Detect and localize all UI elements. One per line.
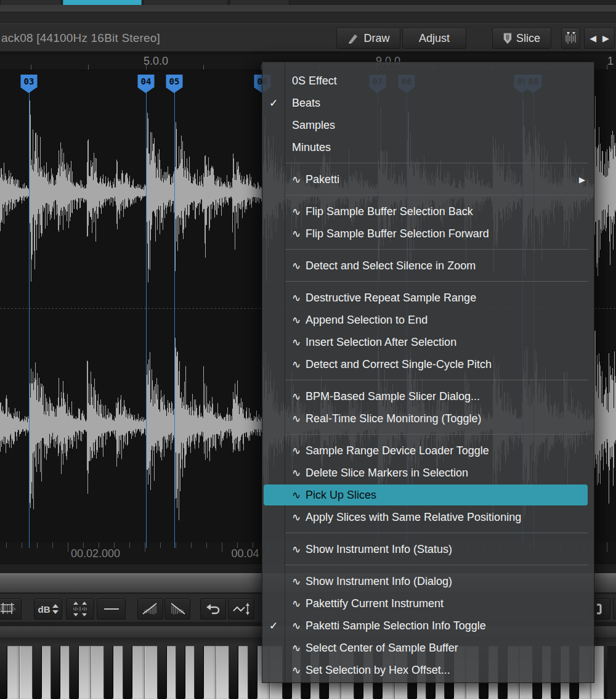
slice-view-button[interactable]: [561, 28, 580, 49]
menu-item-label: BPM-Based Sample Slicer Dialog...: [306, 390, 480, 403]
panel-gap: [0, 12, 616, 23]
tab-4[interactable]: [230, 0, 290, 5]
menu-item-beats[interactable]: ✓Beats: [262, 92, 594, 114]
adjust-button[interactable]: Adjust: [402, 28, 466, 49]
menu-item-insert-selection-after-selection[interactable]: ∿Insert Selection After Selection: [262, 331, 594, 353]
black-key[interactable]: [176, 646, 185, 699]
menu-item-samples[interactable]: Samples: [262, 114, 594, 136]
fade-in-button[interactable]: [137, 599, 163, 619]
menu-separator: [262, 375, 594, 385]
dc-offset-button[interactable]: [97, 599, 126, 619]
slice-flag-04[interactable]: 04: [138, 75, 155, 88]
menu-item-minutes[interactable]: Minutes: [262, 136, 594, 158]
black-key[interactable]: [32, 646, 42, 699]
menu-item-show-instrument-info-dialog[interactable]: ∿Show Instrument Info (Dialog): [262, 570, 594, 592]
menu-item-apply-slices-with-same-relative-positioning[interactable]: ∿Apply Slices with Same Relative Positio…: [262, 506, 594, 528]
sine-prefix-icon: ∿: [292, 336, 306, 348]
menu-item-label: Set Selection by Hex Offset...: [306, 664, 450, 677]
menu-separator: [262, 158, 594, 168]
fade-out-button[interactable]: [164, 599, 190, 619]
up-down-arrows-icon: [52, 604, 59, 614]
sine-prefix-icon: ∿: [292, 543, 306, 555]
black-key[interactable]: [123, 646, 132, 699]
menu-item-detect-and-select-silence-in-zoom[interactable]: ∿Detect and Select Silence in Zoom: [262, 255, 594, 277]
menu-item-label: Flip Sample Buffer Selection Forward: [306, 227, 489, 240]
menu-item-label: Detect and Correct Single-Cycle Pitch: [306, 358, 492, 371]
black-key[interactable]: [51, 646, 60, 699]
menu-item-paketti-sample-selection-info-toggle[interactable]: ✓∿Paketti Sample Selection Info Toggle: [262, 615, 594, 637]
sine-prefix-icon: ∿: [292, 390, 306, 403]
sine-prefix-icon: ∿: [292, 227, 306, 240]
crop-button[interactable]: [0, 599, 22, 619]
menu-item-flip-sample-buffer-selection-forward[interactable]: ∿Flip Sample Buffer Selection Forward: [262, 223, 594, 245]
menu-item-pick-up-slices[interactable]: ∿Pick Up Slices: [262, 484, 594, 506]
menu-item-delete-slice-markers-in-selection[interactable]: ∿Delete Slice Markers in Selection: [262, 462, 594, 484]
menu-item-real-time-slice-monitoring-toggle[interactable]: ∿Real-Time Slice Monitoring (Toggle): [262, 407, 594, 430]
sine-prefix-icon: ∿: [292, 292, 306, 304]
slice-marker-icon: [503, 33, 512, 44]
tab-active[interactable]: [63, 0, 142, 5]
menu-item-paketti[interactable]: ∿Paketti▶: [262, 168, 594, 190]
black-key[interactable]: [103, 646, 113, 699]
menu-item-0s-effect[interactable]: 0S Effect: [262, 70, 594, 92]
menu-item-label: Show Instrument Info (Status): [306, 543, 452, 556]
loop-b-button[interactable]: [613, 599, 616, 619]
interpolate-button[interactable]: [228, 599, 254, 619]
black-key[interactable]: [229, 646, 238, 699]
menu-item-select-center-of-sample-buffer[interactable]: ∿Select Center of Sample Buffer: [262, 637, 594, 659]
menu-item-label: Paketti: [306, 173, 339, 186]
menu-item-label: Append Selection to End: [306, 314, 428, 327]
scroll-nav-buttons[interactable]: ◀ ▶: [584, 28, 615, 49]
draw-button[interactable]: Draw: [336, 28, 400, 49]
renoise-sample-editor: ack08 [44100Hz 16Bit Stereo] Draw Adjust…: [0, 0, 616, 699]
normalize-button[interactable]: [66, 599, 94, 619]
menu-separator: [262, 190, 594, 200]
menu-item-label: Flip Sample Buffer Selection Back: [306, 205, 473, 218]
sliced-waveform-icon: [564, 31, 578, 45]
menu-item-destructive-repeat-sample-range[interactable]: ∿Destructive Repeat Sample Range: [262, 287, 594, 309]
submenu-arrow-icon: ▶: [579, 175, 585, 184]
menu-item-pakettify-current-instrument[interactable]: ∿Pakettify Current Instrument: [262, 592, 594, 615]
checkmark-icon: ✓: [267, 97, 280, 109]
ruler-bottom-label: 00.02.000: [71, 547, 120, 560]
sine-prefix-icon: ∿: [292, 489, 306, 501]
db-label: dB: [38, 604, 51, 615]
black-key[interactable]: [0, 646, 7, 699]
black-key[interactable]: [194, 646, 204, 699]
next-arrow-icon[interactable]: ▶: [602, 33, 609, 43]
draw-label: Draw: [363, 32, 389, 45]
black-key[interactable]: [248, 646, 257, 699]
menu-item-label: Paketti Sample Selection Info Toggle: [306, 619, 486, 632]
tab-3[interactable]: [143, 0, 228, 5]
reverse-button[interactable]: [200, 599, 226, 619]
sine-prefix-icon: ∿: [292, 260, 306, 272]
sine-prefix-icon: ∿: [292, 619, 306, 632]
menu-item-flip-sample-buffer-selection-back[interactable]: ∿Flip Sample Buffer Selection Back: [262, 200, 594, 223]
menu-item-label: 0S Effect: [292, 75, 337, 88]
menu-separator: [262, 277, 594, 287]
ruler-top-label: 5.0.0: [144, 55, 168, 68]
black-key[interactable]: [69, 646, 79, 699]
normalize-icon: [72, 602, 88, 616]
slice-flag-03[interactable]: 03: [21, 75, 38, 88]
tab-1[interactable]: [0, 0, 62, 5]
menu-item-show-instrument-info-status[interactable]: ∿Show Instrument Info (Status): [262, 538, 594, 560]
line-icon: [103, 607, 120, 611]
menu-item-label: Sample Range Device Loader Toggle: [306, 444, 489, 457]
ruler-bottom-label: 00.04: [231, 547, 259, 560]
menu-item-label: Detect and Select Silence in Zoom: [306, 260, 476, 272]
sine-prefix-icon: ∿: [292, 314, 306, 326]
menu-item-detect-and-correct-single-cycle-pitch[interactable]: ∿Detect and Correct Single-Cycle Pitch: [262, 353, 594, 375]
amplify-button[interactable]: dB: [34, 599, 62, 619]
menu-item-sample-range-device-loader-toggle[interactable]: ∿Sample Range Device Loader Toggle: [262, 439, 594, 462]
slice-button[interactable]: Slice: [492, 28, 551, 49]
black-key[interactable]: [157, 646, 167, 699]
menu-item-append-selection-to-end[interactable]: ∿Append Selection to End: [262, 309, 594, 331]
prev-arrow-icon[interactable]: ◀: [590, 33, 596, 43]
menu-item-set-selection-by-hex-offset[interactable]: ∿Set Selection by Hex Offset...: [262, 659, 594, 681]
sine-prefix-icon: ∿: [292, 205, 306, 218]
slice-flag-05[interactable]: 05: [166, 75, 183, 88]
menu-item-bpm-based-sample-slicer-dialog[interactable]: ∿BPM-Based Sample Slicer Dialog...: [262, 385, 594, 407]
menu-item-label: Insert Selection After Selection: [306, 336, 456, 349]
keyboard-right-edge: [607, 646, 616, 699]
